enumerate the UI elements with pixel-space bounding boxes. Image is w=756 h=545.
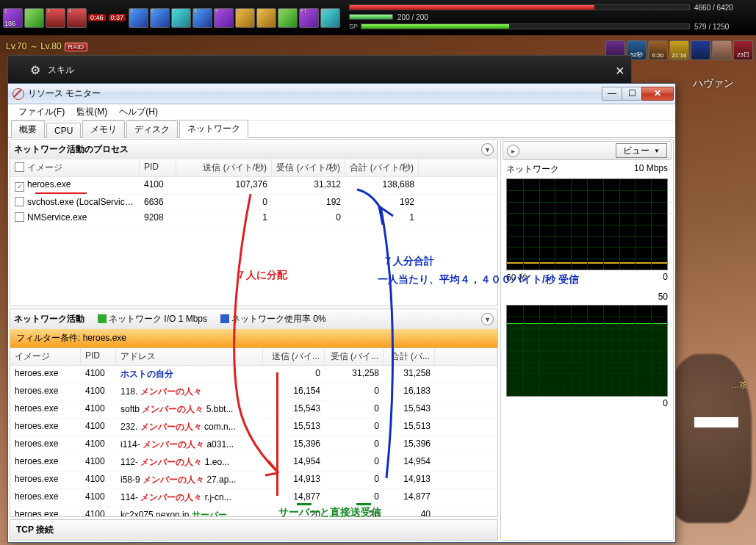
skill-slot[interactable]: 3	[46, 8, 65, 28]
buff-icon[interactable]: 6:20	[648, 40, 668, 60]
tab-CPU[interactable]: CPU	[46, 123, 81, 138]
table-row[interactable]: heroes.exe4100 ホストの自分 031,25831,258	[10, 366, 497, 383]
table-row[interactable]: heroes.exe4100kc2x075.nexon.jp サーバー 2020…	[10, 507, 497, 517]
filter-banner: フィルター条件: heroes.exe	[10, 329, 497, 348]
sp-text: 579 / 1250	[694, 23, 753, 31]
table-row[interactable]: heroes.exe4100232. メンバーの人々 com.n...15,51…	[10, 419, 497, 436]
network-graph	[506, 178, 668, 270]
tab-ディスク[interactable]: ディスク	[126, 120, 178, 138]
process-section: ネットワーク活動のプロセス ▾ イメージ PID 送信 (バイト/秒) 受信 (…	[10, 139, 498, 306]
legend-io: ネットワーク I/O 1 Mbps	[98, 313, 207, 325]
graph1-title: ネットワーク	[506, 163, 559, 176]
player-name: ハヴァン	[693, 77, 734, 90]
skill-slot[interactable]: 4	[67, 8, 87, 28]
skill-slot[interactable]: 9	[214, 8, 234, 28]
table-row[interactable]: heroes.exe4100118. メンバーの人々 16,154016,183	[10, 383, 497, 401]
level-tag: Lv.70 ～ Lv.80RAID	[6, 40, 87, 53]
table-row[interactable]: ✓heroes.exe4100107,37631,312138,688	[10, 177, 497, 195]
graph1-zero: 0	[663, 272, 668, 284]
graph2-zero: 0	[663, 398, 668, 408]
table-row[interactable]: heroes.exe4100i58-9 メンバーの人々 27.ap...14,9…	[10, 472, 497, 489]
game-hud: 1186234 0:460:37 567890-=F1F2 4660 / 642…	[0, 0, 756, 35]
timer-badge: 0:37	[109, 14, 126, 21]
menubar[interactable]: ファイル(F)監視(M)ヘルプ(H)	[8, 104, 675, 120]
skill-slot[interactable]: 7	[171, 8, 191, 28]
graph1-scale: 10 Mbps	[634, 163, 668, 176]
sp-label: SP	[349, 23, 358, 30]
skill-slot[interactable]: F1	[299, 8, 319, 28]
app-icon	[12, 88, 24, 100]
buff-icon[interactable]	[691, 40, 710, 60]
tab-strip: 概要CPUメモリディスクネットワーク	[8, 120, 675, 138]
legend-green-icon	[98, 314, 107, 323]
graph-pane: ▸ ビュー ネットワーク10 Mbps 60 秒0 50 0	[500, 139, 674, 541]
process-section-title: ネットワーク活動のプロセス	[14, 143, 129, 156]
row-checkbox[interactable]: ✓	[15, 182, 24, 192]
table-row[interactable]: heroes.exe4100114- メンバーの人々 r.j-cn...14,8…	[10, 489, 497, 507]
red-vertical-line	[276, 372, 278, 496]
close-icon[interactable]: ×	[616, 62, 624, 79]
menu-item[interactable]: ヘルプ(H)	[113, 104, 164, 120]
timer-badge: 0:46	[88, 14, 106, 21]
row-checkbox[interactable]	[15, 197, 24, 206]
graph1-x: 60 秒	[506, 272, 528, 284]
legend-util: ネットワーク使用率 0%	[220, 313, 326, 325]
hp-text: 4660 / 6420	[694, 4, 753, 12]
graph2-scale: 50	[658, 292, 668, 302]
green-underline-1	[297, 503, 312, 505]
green-underline-2	[356, 503, 371, 505]
table-row[interactable]: heroes.exe4100112- メンバーの人々 1.eo...14,954…	[10, 454, 497, 472]
menu-item[interactable]: 監視(M)	[71, 104, 113, 120]
process-table-header[interactable]: イメージ PID 送信 (バイト/秒) 受信 (バイト/秒) 合計 (バイト/秒…	[10, 159, 497, 177]
table-row[interactable]: heroes.exe4100i114- メンバーの人々 a031...15,39…	[10, 436, 497, 454]
skill-window-header: ⚙ スキル	[7, 55, 632, 84]
legend-blue-icon	[220, 314, 229, 323]
skill-slot[interactable]: 1186	[3, 8, 23, 28]
buff-icon[interactable]	[712, 40, 732, 60]
close-button[interactable]: ✕	[641, 87, 674, 101]
stamina-text: 200 / 200	[397, 13, 456, 21]
table-row[interactable]: heroes.exe4100softb メンバーの人々 5.bbt...15,5…	[10, 401, 497, 419]
collapse-icon[interactable]: ▾	[481, 143, 494, 156]
skill-slot[interactable]: -	[256, 8, 276, 28]
resource-monitor-window: リソース モニター — ☐ ✕ ファイル(F)監視(M)ヘルプ(H) 概要CPU…	[7, 83, 676, 543]
red-underline	[35, 192, 87, 194]
titlebar[interactable]: リソース モニター — ☐ ✕	[8, 84, 675, 104]
row-checkbox[interactable]	[15, 212, 24, 222]
checkbox-all[interactable]	[15, 162, 24, 172]
skill-slot[interactable]: 5	[129, 8, 148, 28]
conn-table-header[interactable]: イメージ PID アドレス 送信 (バイ... 受信 (バイ... 合計 (バ.…	[10, 348, 497, 366]
skill-slot[interactable]: 0	[235, 8, 255, 28]
expand-icon[interactable]: ▸	[507, 145, 519, 157]
util-graph	[506, 305, 668, 397]
skill-slot[interactable]: 2	[24, 8, 44, 28]
name-input-plate[interactable]	[694, 417, 738, 427]
skill-slot[interactable]: 8	[192, 8, 212, 28]
table-row[interactable]: svchost.exe (LocalService...66360192192	[10, 195, 497, 210]
view-dropdown[interactable]: ビュー	[616, 143, 667, 158]
collapse-icon[interactable]: ▾	[481, 313, 494, 325]
skill-slot[interactable]: F2	[320, 8, 340, 28]
menu-item[interactable]: ファイル(F)	[12, 104, 71, 120]
hp-bars: 4660 / 6420 200 / 200 SP579 / 1250	[349, 4, 753, 32]
raid-badge: RAID	[65, 43, 88, 51]
activity-section: ネットワーク活動 ネットワーク I/O 1 Mbps ネットワーク使用率 0% …	[10, 308, 498, 517]
table-row[interactable]: NMService.exe9208101	[10, 210, 497, 225]
buff-icon[interactable]: 23日	[733, 40, 753, 60]
skill-slot[interactable]: 6	[150, 8, 170, 28]
tab-メモリ[interactable]: メモリ	[82, 120, 125, 138]
maximize-button[interactable]: ☐	[622, 87, 642, 101]
minimize-button[interactable]: —	[602, 87, 622, 101]
monster-name: …茶	[731, 380, 747, 391]
window-title: リソース モニター	[28, 87, 602, 100]
tcp-section-header[interactable]: TCP 接続	[10, 519, 498, 541]
tab-ネットワーク[interactable]: ネットワーク	[179, 120, 248, 138]
activity-section-title: ネットワーク活動	[14, 313, 84, 325]
tab-概要[interactable]: 概要	[11, 120, 45, 138]
skill-slot[interactable]: =	[278, 8, 298, 28]
buff-icon[interactable]: 21:16	[669, 40, 689, 60]
